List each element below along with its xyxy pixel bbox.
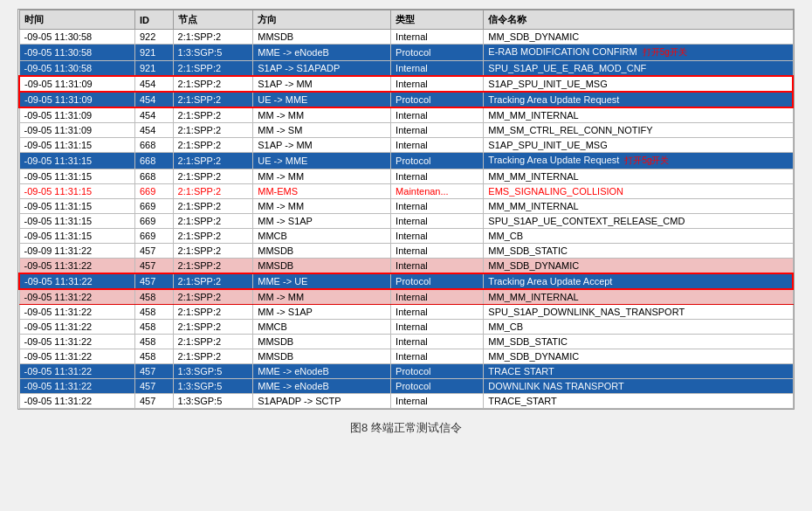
cell-node: 2:1:SPP:2: [173, 184, 253, 199]
cell-name: MM_CB: [484, 320, 793, 335]
cell-name: S1AP_SPU_INIT_UE_MSG: [484, 138, 793, 153]
cell-node: 2:1:SPP:2: [173, 138, 253, 153]
cell-time: -09-05 11:31:22: [19, 289, 134, 305]
figure-caption: 图8 终端正常测试信令: [350, 420, 462, 436]
cell-node: 2:1:SPP:2: [173, 30, 253, 45]
col-name: 信令名称: [484, 10, 793, 30]
cell-node: 2:1:SPP:2: [173, 259, 253, 274]
cell-time: -09-05 11:31:22: [19, 335, 134, 349]
cell-time: -09-05 11:31:22: [19, 364, 134, 379]
cell-name: SPU_S1AP_UE_E_RAB_MOD_CNF: [484, 61, 793, 77]
cell-name: Tracking Area Update Request打开5g开关: [484, 153, 793, 169]
col-dir: 方向: [253, 10, 391, 30]
cell-dir: MM -> MM: [253, 169, 391, 184]
table-row: -09-05 11:31:224582:1:SPP:2MMSDBInternal…: [19, 335, 793, 349]
cell-node: 2:1:SPP:2: [173, 305, 253, 320]
cell-id: 668: [134, 138, 173, 153]
table-row: -09-05 11:31:224572:1:SPP:2MME -> UEProt…: [19, 273, 793, 289]
cell-time: -09-05 11:31:15: [19, 229, 134, 244]
table-row: -09-05 11:31:224582:1:SPP:2MM -> S1APInt…: [19, 305, 793, 320]
cell-id: 458: [134, 305, 173, 320]
cell-type: Internal: [391, 229, 484, 244]
cell-time: -09-05 11:31:15: [19, 153, 134, 169]
cell-time: -09-05 11:31:22: [19, 305, 134, 320]
cell-dir: MME -> eNodeB: [253, 364, 391, 379]
table-row: -09-05 11:31:224582:1:SPP:2MMSDBInternal…: [19, 349, 793, 364]
cell-id: 454: [134, 92, 173, 107]
cell-dir: MMSDB: [253, 30, 391, 45]
cell-id: 457: [134, 394, 173, 409]
annotation-text: 打开5g开关: [643, 47, 687, 57]
cell-time: -09-05 11:31:22: [19, 379, 134, 394]
table-row: -09-05 11:31:224572:1:SPP:2MMSDBInternal…: [19, 259, 793, 274]
cell-id: 669: [134, 214, 173, 229]
cell-node: 1:3:SGP:5: [173, 45, 253, 61]
cell-dir: MM -> MM: [253, 289, 391, 305]
cell-id: 921: [134, 61, 173, 77]
cell-dir: MMSDB: [253, 335, 391, 349]
table-row: -09-05 11:31:224571:3:SGP:5MME -> eNodeB…: [19, 364, 793, 379]
cell-type: Internal: [391, 107, 484, 123]
cell-type: Protocol: [391, 273, 484, 289]
cell-node: 1:3:SGP:5: [173, 394, 253, 409]
cell-id: 457: [134, 259, 173, 274]
table-row: -09-05 11:31:156682:1:SPP:2S1AP -> MMInt…: [19, 138, 793, 153]
col-id: ID: [134, 10, 173, 30]
cell-node: 2:1:SPP:2: [173, 229, 253, 244]
cell-dir: MME -> UE: [253, 273, 391, 289]
cell-type: Internal: [391, 76, 484, 92]
cell-dir: MME -> eNodeB: [253, 379, 391, 394]
signal-table: 时间 ID 节点 方向 类型 信令名称 -09-05 11:30:589222:…: [17, 9, 795, 410]
cell-dir: MM -> SM: [253, 123, 391, 138]
cell-id: 458: [134, 335, 173, 349]
cell-name: MM_SDB_STATIC: [484, 244, 793, 259]
cell-id: 454: [134, 123, 173, 138]
cell-name: MM_SM_CTRL_REL_CONN_NOTIFY: [484, 123, 793, 138]
cell-node: 2:1:SPP:2: [173, 153, 253, 169]
cell-dir: MME -> eNodeB: [253, 45, 391, 61]
cell-node: 2:1:SPP:2: [173, 320, 253, 335]
cell-dir: MMSDB: [253, 244, 391, 259]
cell-name: MM_SDB_STATIC: [484, 335, 793, 349]
cell-name: SPU_S1AP_UE_CONTEXT_RELEASE_CMD: [484, 214, 793, 229]
cell-time: -09-05 11:31:22: [19, 349, 134, 364]
cell-name: MM_SDB_DYNAMIC: [484, 30, 793, 45]
cell-type: Internal: [391, 123, 484, 138]
cell-time: -09-05 11:31:09: [19, 107, 134, 123]
cell-node: 2:1:SPP:2: [173, 273, 253, 289]
cell-time: -09-05 11:31:22: [19, 259, 134, 274]
cell-time: -09-05 11:31:22: [19, 394, 134, 409]
table-row: -09-05 11:31:156692:1:SPP:2MM -> MMInter…: [19, 199, 793, 214]
cell-type: Protocol: [391, 379, 484, 394]
cell-id: 458: [134, 349, 173, 364]
cell-dir: MMCB: [253, 320, 391, 335]
table-row: -09-05 11:31:094542:1:SPP:2UE -> MMEProt…: [19, 92, 793, 107]
cell-type: Internal: [391, 138, 484, 153]
cell-node: 2:1:SPP:2: [173, 92, 253, 107]
cell-time: -09-05 11:30:58: [19, 45, 134, 61]
cell-node: 2:1:SPP:2: [173, 76, 253, 92]
cell-node: 1:3:SGP:5: [173, 364, 253, 379]
cell-time: -09-05 11:31:22: [19, 273, 134, 289]
cell-dir: UE -> MME: [253, 153, 391, 169]
cell-name: SPU_S1AP_DOWNLINK_NAS_TRANSPORT: [484, 305, 793, 320]
cell-node: 1:3:SGP:5: [173, 379, 253, 394]
cell-dir: MM -> MM: [253, 199, 391, 214]
cell-time: -09-05 11:30:58: [19, 30, 134, 45]
col-node: 节点: [173, 10, 253, 30]
cell-type: Internal: [391, 30, 484, 45]
cell-time: -09-05 11:31:09: [19, 76, 134, 92]
cell-node: 2:1:SPP:2: [173, 123, 253, 138]
table-row: -09-05 11:30:589222:1:SPP:2MMSDBInternal…: [19, 30, 793, 45]
cell-time: -09-05 11:31:09: [19, 123, 134, 138]
col-type: 类型: [391, 10, 484, 30]
cell-id: 668: [134, 169, 173, 184]
cell-time: -09-05 11:31:15: [19, 169, 134, 184]
cell-id: 457: [134, 273, 173, 289]
cell-dir: MM -> MM: [253, 107, 391, 123]
annotation-text: 打开5g开关: [624, 155, 669, 165]
table-row: -09-05 11:31:094542:1:SPP:2MM -> SMInter…: [19, 123, 793, 138]
cell-id: 668: [134, 153, 173, 169]
cell-time: -09-05 11:31:15: [19, 199, 134, 214]
table-row: -09-05 11:31:156692:1:SPP:2MM-EMSMainten…: [19, 184, 793, 199]
